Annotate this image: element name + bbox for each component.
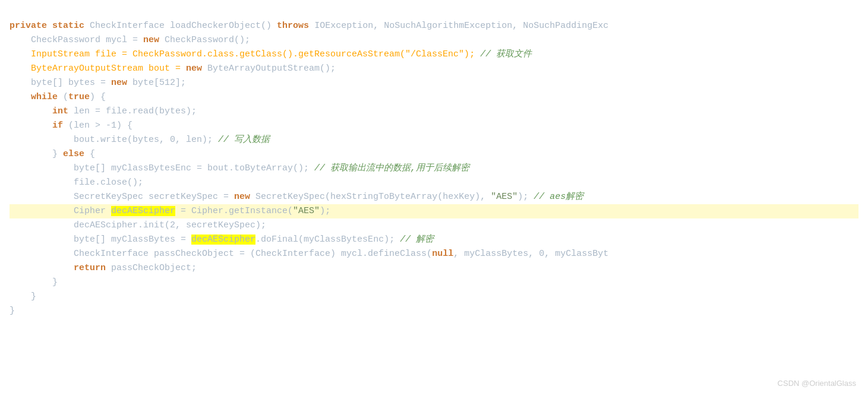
code-line-9: bout.write(bytes, 0, len); // 写入数据 [10,133,858,147]
code-text: byte[] bytes = [10,78,111,88]
type-name: ByteArrayOutputStream bout = [10,64,186,74]
comment: // 获取文件 [480,49,532,59]
code-text: byte[] myClassBytesEnc = bout.toByteArra… [10,163,314,173]
keyword: new [186,64,202,74]
code-line-18: return passCheckObject; [10,261,858,275]
code-line-21: } [10,304,858,318]
watermark: CSDN @OrientalGlass [778,378,856,390]
code-line-20: } [10,290,858,304]
keyword: null [432,249,453,259]
code-line-19: } [10,275,858,290]
code-line-4: ByteArrayOutputStream bout = new ByteArr… [10,62,858,76]
code-text: len = file.read(bytes); [68,106,197,116]
code-text: CheckPassword(); [159,35,250,45]
code-text: { [84,149,95,159]
code-line-12: file.close(); [10,176,858,190]
code-text: } [10,292,36,302]
code-line-3: InputStream file = CheckPassword.class.g… [10,47,858,62]
keyword: while [31,92,58,102]
code-line-6: while (true) { [10,90,858,104]
code-line-2: CheckPassword mycl = new CheckPassword()… [10,33,858,47]
code-line-5: byte[] bytes = new byte[512]; [10,76,858,90]
comment: // 解密 [400,235,434,245]
keyword: throws [277,21,309,31]
code-text: = Cipher.getInstance( [175,206,293,216]
code-text: CheckInterface passCheckObject = (CheckI… [10,249,432,259]
keyword: else [63,149,84,159]
keyword: true [68,92,90,102]
code-text: ) { [90,92,106,102]
code-text: } [10,306,15,316]
code-text: file.close(); [10,178,143,188]
code-text: .doFinal(myClassBytesEnc); [255,235,400,245]
code-text: ByteArrayOutputStream(); [202,64,336,74]
code-text: ( [58,92,68,102]
code-line-10: } else { [10,147,858,161]
code-text [10,106,52,116]
code-text: byte[512]; [127,78,186,88]
code-line-1: private static CheckInterface loadChecke… [10,19,858,33]
code-text: decAEScipher.init(2, secretKeySpec); [10,220,266,230]
code-text: CheckInterface loadCheckerObject() [84,21,277,31]
type-name: InputStream file = CheckPassword.class.g… [10,49,480,59]
code-text: SecretKeySpec(hexStringToByteArray(hexKe… [250,192,491,202]
string-literal: "AES" [491,192,517,202]
code-line-13: SecretKeySpec secretKeySpec = new Secret… [10,190,858,204]
code-text: bout.write(bytes, 0, len); [10,135,218,145]
string-literal: "AES" [293,206,320,216]
code-line-8: if (len > -1) { [10,119,858,133]
code-text: IOException, NoSuchAlgorithmException, N… [309,21,608,31]
code-line-16: byte[] myClassBytes = decAEScipher.doFin… [10,233,858,247]
code-text: (len > -1) { [63,121,132,131]
code-text: } [10,277,58,287]
keyword: static [52,21,84,31]
keyword: new [234,192,250,202]
code-text: ); [517,192,534,202]
code-line-14: Cipher decAEScipher = Cipher.getInstance… [10,204,858,218]
highlighted-variable: decAEScipher [191,235,255,245]
code-text: } [10,149,63,159]
code-line-17: CheckInterface passCheckObject = (CheckI… [10,247,858,261]
comment: // aes解密 [534,192,583,202]
code-line-7: int len = file.read(bytes); [10,104,858,119]
code-text: , myClassBytes, 0, myClassByt [453,249,608,259]
comment: // 获取输出流中的数据,用于后续解密 [314,163,469,173]
code-text [47,21,52,31]
code-text: ); [320,206,330,216]
code-text: byte[] myClassBytes = [10,235,191,245]
code-line-11: byte[] myClassBytesEnc = bout.toByteArra… [10,161,858,176]
keyword: new [111,78,127,88]
code-text [10,121,52,131]
keyword: int [52,106,68,116]
code-text: Cipher [10,206,111,216]
comment: // 写入数据 [218,135,270,145]
keyword: private [10,21,47,31]
code-line-15: decAEScipher.init(2, secretKeySpec); [10,218,858,233]
code-text: passCheckObject; [106,263,197,273]
keyword: return [74,263,106,273]
highlighted-variable: decAEScipher [111,206,175,216]
code-text: SecretKeySpec secretKeySpec = [10,192,234,202]
keyword: new [143,35,159,45]
code-text [10,263,74,273]
code-text [10,92,31,102]
code-block: private static CheckInterface loadChecke… [0,0,868,380]
keyword: if [52,121,63,131]
code-text: CheckPassword mycl = [10,35,143,45]
